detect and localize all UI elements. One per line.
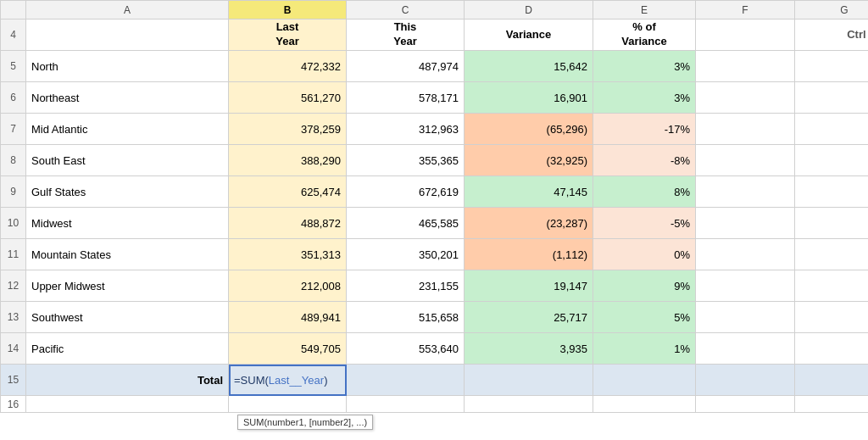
pct-southwest[interactable]: 5% xyxy=(593,302,696,333)
pct-midatlantic[interactable]: -17% xyxy=(593,114,696,145)
header-this-year: This Year xyxy=(347,19,465,51)
this-year-southwest[interactable]: 515,658 xyxy=(347,302,465,333)
tooltip-text: SUM(number1, [number2], ...) xyxy=(243,417,367,427)
col-header-g[interactable]: G xyxy=(795,1,869,19)
g-southwest xyxy=(795,302,869,333)
row-num-6: 6 xyxy=(1,82,26,114)
col-header-f[interactable]: F xyxy=(696,1,795,19)
row-num-9: 9 xyxy=(1,176,26,208)
formula-cell[interactable]: =SUM(Last__Year) xyxy=(229,365,347,396)
g-mountainstates xyxy=(795,239,869,270)
row-num-5: 5 xyxy=(1,51,26,82)
col-header-row: A B C D E F G xyxy=(1,1,869,19)
formula-tooltip: SUM(number1, [number2], ...) xyxy=(237,415,373,430)
last-year-northeast[interactable]: 561,270 xyxy=(229,82,347,114)
pct-southeast[interactable]: -8% xyxy=(593,145,696,176)
g-pacific xyxy=(795,333,869,365)
header-a xyxy=(26,19,229,51)
f-midatlantic xyxy=(696,114,795,145)
total-e xyxy=(593,365,696,396)
col-header-c[interactable]: C xyxy=(347,1,465,19)
table-row: 9 Gulf States 625,474 672,619 47,145 8% xyxy=(1,176,869,208)
g-midwest xyxy=(795,208,869,239)
variance-gulfstates[interactable]: 47,145 xyxy=(465,176,593,208)
col-header-e[interactable]: E xyxy=(593,1,696,19)
region-north[interactable]: North xyxy=(26,51,229,82)
header-row: 4 Last Year This Year Variance % of Vari… xyxy=(1,19,869,51)
g-southeast xyxy=(795,145,869,176)
f-southwest xyxy=(696,302,795,333)
row-num-15: 15 xyxy=(1,365,26,396)
this-year-gulfstates[interactable]: 672,619 xyxy=(347,176,465,208)
region-southeast[interactable]: South East xyxy=(26,145,229,176)
this-year-northeast[interactable]: 578,171 xyxy=(347,82,465,114)
empty-c-16 xyxy=(347,396,465,413)
row-num-8: 8 xyxy=(1,145,26,176)
this-year-midatlantic[interactable]: 312,963 xyxy=(347,114,465,145)
g-uppermidwest xyxy=(795,270,869,302)
region-uppermidwest[interactable]: Upper Midwest xyxy=(26,270,229,302)
pct-northeast[interactable]: 3% xyxy=(593,82,696,114)
pct-midwest[interactable]: -5% xyxy=(593,208,696,239)
region-northeast[interactable]: Northeast xyxy=(26,82,229,114)
last-year-north[interactable]: 472,332 xyxy=(229,51,347,82)
pct-north[interactable]: 3% xyxy=(593,51,696,82)
last-year-midatlantic[interactable]: 378,259 xyxy=(229,114,347,145)
region-midwest[interactable]: Midwest xyxy=(26,208,229,239)
g-northeast xyxy=(795,82,869,114)
spreadsheet-table: A B C D E F G 4 Last Year This Year Vari… xyxy=(0,0,868,413)
variance-northeast[interactable]: 16,901 xyxy=(465,82,593,114)
region-southwest[interactable]: Southwest xyxy=(26,302,229,333)
last-year-midwest[interactable]: 488,872 xyxy=(229,208,347,239)
this-year-midwest[interactable]: 465,585 xyxy=(347,208,465,239)
g-gulfstates xyxy=(795,176,869,208)
col-header-a[interactable]: A xyxy=(26,1,229,19)
empty-b-16 xyxy=(229,396,347,413)
last-year-pacific[interactable]: 549,705 xyxy=(229,333,347,365)
table-row: 8 South East 388,290 355,365 (32,925) -8… xyxy=(1,145,869,176)
region-gulfstates[interactable]: Gulf States xyxy=(26,176,229,208)
empty-a-16 xyxy=(26,396,229,413)
region-midatlantic[interactable]: Mid Atlantic xyxy=(26,114,229,145)
last-year-uppermidwest[interactable]: 212,008 xyxy=(229,270,347,302)
variance-pacific[interactable]: 3,935 xyxy=(465,333,593,365)
variance-north[interactable]: 15,642 xyxy=(465,51,593,82)
header-f xyxy=(696,19,795,51)
spreadsheet: A B C D E F G 4 Last Year This Year Vari… xyxy=(0,0,868,440)
variance-midatlantic[interactable]: (65,296) xyxy=(465,114,593,145)
table-row: 10 Midwest 488,872 465,585 (23,287) -5% xyxy=(1,208,869,239)
header-variance: Variance xyxy=(465,19,593,51)
total-label[interactable]: Total xyxy=(26,365,229,396)
col-header-d[interactable]: D xyxy=(465,1,593,19)
row-num-4: 4 xyxy=(1,19,26,51)
region-mountainstates[interactable]: Mountain States xyxy=(26,239,229,270)
table-row: 7 Mid Atlantic 378,259 312,963 (65,296) … xyxy=(1,114,869,145)
this-year-southeast[interactable]: 355,365 xyxy=(347,145,465,176)
empty-g-16 xyxy=(795,396,869,413)
variance-southwest[interactable]: 25,717 xyxy=(465,302,593,333)
pct-uppermidwest[interactable]: 9% xyxy=(593,270,696,302)
f-mountainstates xyxy=(696,239,795,270)
pct-gulfstates[interactable]: 8% xyxy=(593,176,696,208)
col-header-b[interactable]: B xyxy=(229,1,347,19)
variance-southeast[interactable]: (32,925) xyxy=(465,145,593,176)
variance-uppermidwest[interactable]: 19,147 xyxy=(465,270,593,302)
variance-mountainstates[interactable]: (1,112) xyxy=(465,239,593,270)
last-year-mountainstates[interactable]: 351,313 xyxy=(229,239,347,270)
this-year-mountainstates[interactable]: 350,201 xyxy=(347,239,465,270)
region-pacific[interactable]: Pacific xyxy=(26,333,229,365)
pct-mountainstates[interactable]: 0% xyxy=(593,239,696,270)
empty-e-16 xyxy=(593,396,696,413)
last-year-southwest[interactable]: 489,941 xyxy=(229,302,347,333)
this-year-north[interactable]: 487,974 xyxy=(347,51,465,82)
table-row: 14 Pacific 549,705 553,640 3,935 1% xyxy=(1,333,869,365)
variance-midwest[interactable]: (23,287) xyxy=(465,208,593,239)
last-year-southeast[interactable]: 388,290 xyxy=(229,145,347,176)
this-year-pacific[interactable]: 553,640 xyxy=(347,333,465,365)
table-row: 5 North 472,332 487,974 15,642 3% xyxy=(1,51,869,82)
this-year-uppermidwest[interactable]: 231,155 xyxy=(347,270,465,302)
pct-pacific[interactable]: 1% xyxy=(593,333,696,365)
f-northeast xyxy=(696,82,795,114)
f-uppermidwest xyxy=(696,270,795,302)
last-year-gulfstates[interactable]: 625,474 xyxy=(229,176,347,208)
